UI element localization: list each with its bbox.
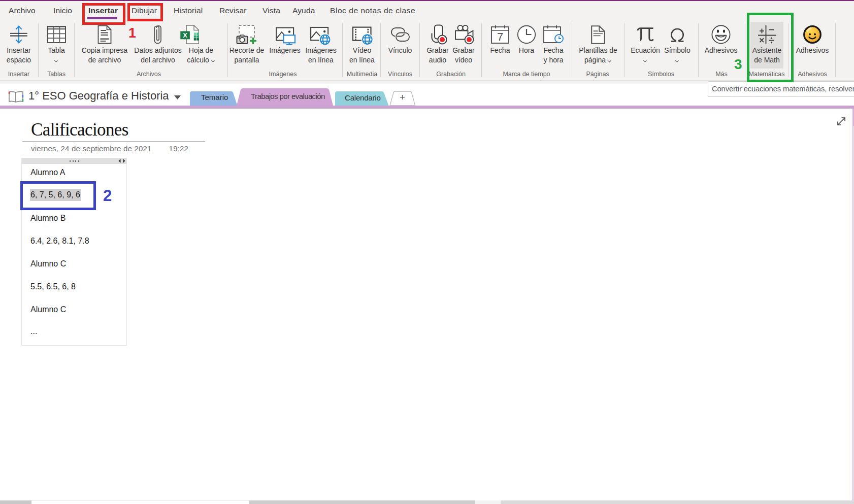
- svg-text:X: X: [183, 31, 187, 39]
- svg-text:7: 7: [497, 30, 503, 43]
